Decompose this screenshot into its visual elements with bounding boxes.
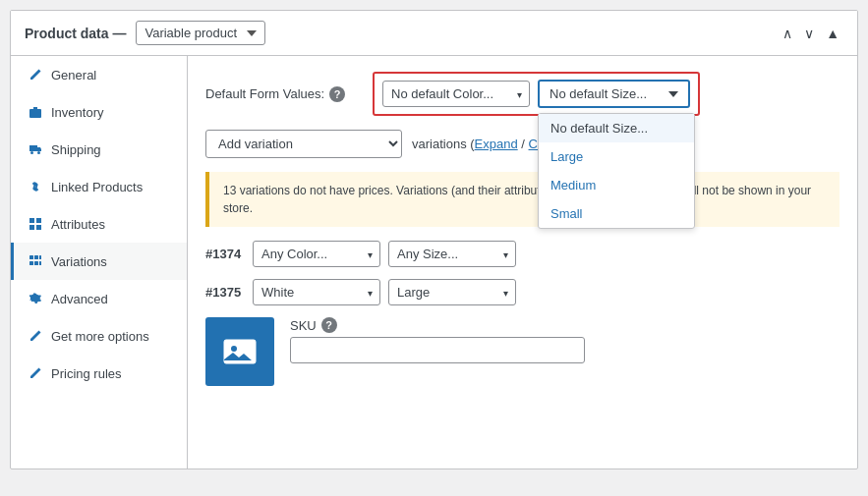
variation-1375-size-dropdown[interactable]: Large	[388, 279, 516, 305]
sidebar-item-get-more-options[interactable]: Get more options	[11, 317, 187, 355]
variations-main-content: Default Form Values: ? No default Color.…	[188, 56, 857, 468]
variations-icon	[28, 253, 43, 269]
tag-icon	[28, 365, 43, 381]
variation-row-1374: #1374 Any Color... ▾ Any Size... ▾	[205, 241, 839, 267]
sku-label: SKU ?	[290, 317, 839, 333]
sidebar-item-attributes[interactable]: Attributes	[11, 205, 187, 243]
svg-rect-10	[29, 261, 33, 265]
variation-id-1375: #1375	[205, 285, 245, 300]
add-variation-select[interactable]: Add variation	[205, 130, 402, 158]
sidebar-general-label: General	[51, 68, 96, 83]
size-option-large[interactable]: Large	[539, 142, 694, 171]
size-dropdown-popup: No default Size... Large Medium Small	[538, 113, 695, 229]
variation-id-1374: #1374	[205, 247, 245, 261]
sidebar-linked-products-label: Linked Products	[51, 180, 143, 194]
product-data-panel: Product data — Variable product ∧ ∨ ▲	[10, 10, 858, 469]
image-icon	[220, 332, 260, 371]
svg-rect-4	[36, 218, 41, 223]
variation-1375-color-wrapper: White ▾	[253, 279, 380, 305]
variation-1374-size-wrapper: Any Size... ▾	[388, 241, 516, 267]
sku-field-wrapper: SKU ?	[290, 317, 839, 363]
size-option-medium[interactable]: Medium	[539, 171, 694, 199]
default-form-values-row: Default Form Values: ? No default Color.…	[205, 72, 839, 116]
svg-point-1	[30, 151, 33, 154]
star-icon	[28, 328, 43, 344]
size-dropdown-btn[interactable]: No default Size...	[538, 80, 690, 108]
grid-icon	[28, 216, 43, 232]
svg-rect-7	[29, 255, 33, 259]
product-data-title: Product data — Variable product	[25, 21, 265, 45]
arrow-collapse-button[interactable]: ▲	[822, 24, 843, 43]
product-data-body: General Inventory	[11, 56, 857, 468]
add-variation-row: Add variation variations (Expand / Close…	[205, 130, 839, 158]
svg-rect-5	[29, 225, 34, 230]
variation-row-1375: #1375 White ▾ Large ▾	[205, 279, 839, 305]
link-icon	[28, 179, 43, 194]
sidebar-item-linked-products[interactable]: Linked Products	[11, 168, 187, 205]
svg-rect-6	[36, 225, 41, 230]
arrow-up-button[interactable]: ∧	[779, 24, 796, 43]
sidebar-item-variations[interactable]: Variations	[11, 243, 187, 280]
notice-box: 13 variations do not have prices. Variat…	[205, 172, 839, 227]
product-data-label: Product data —	[25, 26, 126, 41]
sidebar-pricing-label: Pricing rules	[51, 366, 122, 381]
default-form-values-label: Default Form Values: ?	[205, 86, 363, 102]
size-dropdown-container: No default Size... No default Size... La…	[538, 80, 690, 108]
svg-point-2	[37, 151, 40, 154]
sidebar-inventory-label: Inventory	[51, 105, 103, 120]
box-icon	[28, 104, 43, 120]
size-option-no-default[interactable]: No default Size...	[539, 114, 694, 142]
sidebar-attributes-label: Attributes	[51, 217, 105, 232]
variation-1375-size-wrapper: Large ▾	[388, 279, 516, 305]
sidebar-item-general[interactable]: General	[11, 56, 187, 93]
product-data-header: Product data — Variable product ∧ ∨ ▲	[11, 11, 857, 56]
product-type-wrapper: Variable product	[136, 21, 265, 45]
sidebar-item-advanced[interactable]: Advanced	[11, 280, 187, 317]
expand-link[interactable]: Expand	[475, 137, 518, 151]
variation-1375-color-dropdown[interactable]: White	[253, 279, 380, 305]
sidebar-shipping-label: Shipping	[51, 142, 101, 157]
pencil-icon	[28, 67, 43, 83]
product-type-select[interactable]: Variable product	[136, 21, 265, 45]
variation-1374-size-dropdown[interactable]: Any Size...	[388, 241, 516, 267]
help-icon[interactable]: ?	[329, 86, 345, 102]
sidebar-get-more-label: Get more options	[51, 329, 149, 344]
svg-rect-12	[39, 261, 41, 265]
svg-rect-11	[34, 261, 38, 265]
truck-icon	[28, 141, 43, 157]
size-dropdown-value: No default Size...	[550, 86, 647, 101]
sku-section: SKU ?	[205, 317, 839, 386]
variation-1374-color-dropdown[interactable]: Any Color...	[253, 241, 380, 267]
product-image-placeholder[interactable]	[205, 317, 274, 386]
svg-rect-9	[39, 255, 41, 259]
variation-1374-color-wrapper: Any Color... ▾	[253, 241, 380, 267]
sidebar-item-shipping[interactable]: Shipping	[11, 131, 187, 168]
size-option-small[interactable]: Small	[539, 199, 694, 228]
sku-input[interactable]	[290, 337, 585, 363]
svg-rect-3	[29, 218, 34, 223]
arrow-down-button[interactable]: ∨	[800, 24, 818, 43]
svg-rect-8	[34, 255, 38, 259]
sku-help-icon[interactable]: ?	[321, 317, 337, 333]
sidebar-variations-label: Variations	[51, 254, 107, 269]
color-dropdown[interactable]: No default Color...	[382, 81, 530, 107]
gear-icon	[28, 291, 43, 306]
size-chevron-icon	[668, 91, 678, 97]
sidebar: General Inventory	[11, 56, 188, 468]
sidebar-item-pricing-rules[interactable]: Pricing rules	[11, 355, 187, 392]
color-dropdown-wrapper: No default Color... ▾	[382, 81, 530, 107]
sidebar-advanced-label: Advanced	[51, 292, 108, 306]
svg-point-15	[231, 346, 237, 352]
header-arrows: ∧ ∨ ▲	[779, 24, 843, 43]
svg-rect-0	[29, 109, 41, 118]
sidebar-item-inventory[interactable]: Inventory	[11, 93, 187, 131]
